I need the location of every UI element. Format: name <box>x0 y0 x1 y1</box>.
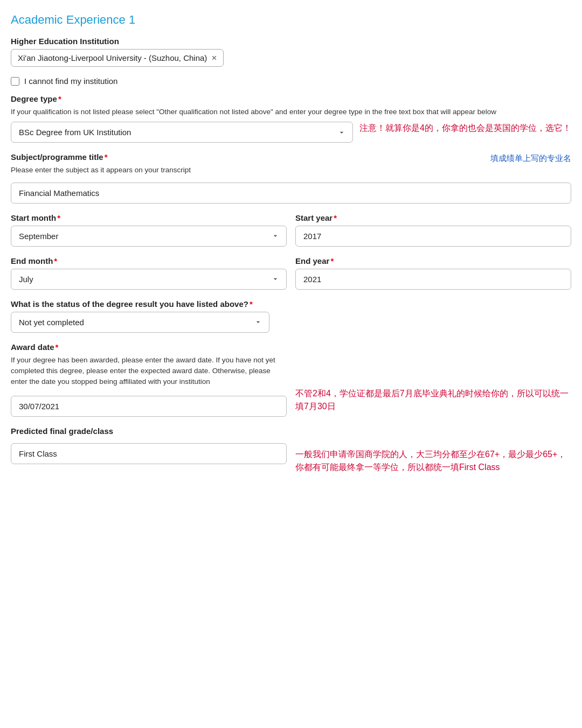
degree-type-select[interactable]: BSc Degree from UK Institution <box>11 122 353 143</box>
degree-type-label: Degree type* <box>11 94 571 103</box>
subject-description: Please enter the subject as it appears o… <box>11 165 484 176</box>
degree-status-select[interactable]: Not yet completed <box>11 312 269 333</box>
end-year-input[interactable] <box>295 269 571 290</box>
institution-remove-button[interactable]: × <box>211 53 217 62</box>
subject-input[interactable] <box>11 183 571 204</box>
start-year-input[interactable] <box>295 226 571 247</box>
predicted-grade-label: Predicted final grade/class <box>11 426 287 436</box>
end-month-select[interactable]: July <box>11 269 287 290</box>
start-year-label: Start year* <box>295 213 571 222</box>
subject-annotation: 填成绩单上写的专业名 <box>490 152 571 165</box>
predicted-annotation: 一般我们申请帝国商学院的人，大三均分都至少在67+，最少最少65+，你都有可能最… <box>295 448 571 474</box>
institution-tag: Xi'an Jiaotong-Liverpool University - (S… <box>11 49 224 67</box>
award-date-label: Award date* <box>11 342 571 352</box>
subject-label: Subject/programme title* <box>11 152 484 162</box>
start-month-label: Start month* <box>11 213 287 222</box>
predicted-grade-input[interactable] <box>11 443 287 464</box>
institution-label: Higher Education Institution <box>11 37 571 46</box>
degree-status-label: What is the status of the degree result … <box>11 299 571 309</box>
section-title: Academic Experience 1 <box>11 13 571 27</box>
cannot-find-label: I cannot find my institution <box>24 76 117 86</box>
degree-annotation: 注意！就算你是4的，你拿的也会是英国的学位，选它！ <box>359 122 571 135</box>
start-month-select[interactable]: September <box>11 226 287 247</box>
institution-value: Xi'an Jiaotong-Liverpool University - (S… <box>18 53 207 62</box>
end-year-label: End year* <box>295 256 571 265</box>
award-date-input[interactable] <box>11 396 287 417</box>
award-date-description: If your degree has been awarded, please … <box>11 355 287 388</box>
degree-type-description: If your qualification is not listed plea… <box>11 107 571 117</box>
award-annotation: 不管2和4，学位证都是最后7月底毕业典礼的时候给你的，所以可以统一填7月30日 <box>295 387 571 413</box>
cannot-find-checkbox[interactable] <box>11 77 19 86</box>
end-month-label: End month* <box>11 256 287 265</box>
